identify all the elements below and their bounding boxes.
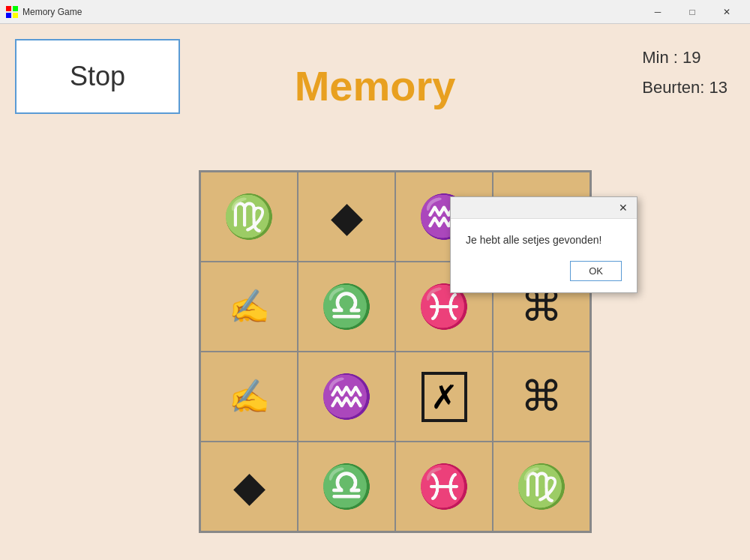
window-title: Memory Game	[22, 7, 640, 17]
min-stat: Min : 19	[642, 43, 728, 73]
min-value: 19	[682, 48, 700, 67]
symbol-virgo-2: ♍	[515, 466, 568, 508]
grid-cell-2-0[interactable]: ✍	[200, 352, 298, 442]
grid-cell-0-0[interactable]: ♍	[200, 172, 298, 262]
main-content: Stop Memory Min : 19 Beurten: 13 ♍ ◆ ♒	[0, 24, 750, 560]
beurten-stat: Beurten: 13	[642, 73, 728, 103]
stats-panel: Min : 19 Beurten: 13	[642, 43, 728, 102]
dialog-message: Je hebt alle setjes gevonden!	[466, 234, 602, 246]
grid-cell-0-1[interactable]: ◆	[298, 172, 395, 262]
beurten-value: 13	[710, 78, 728, 97]
svg-rect-0	[6, 6, 11, 11]
grid-cell-1-1[interactable]: ♎	[298, 262, 395, 352]
dialog-footer: OK	[451, 253, 637, 292]
symbol-virgo: ♍	[223, 196, 275, 238]
symbol-diamond-2: ◆	[233, 466, 266, 508]
grid-cell-1-0[interactable]: ✍	[200, 262, 298, 352]
symbol-writing-2: ✍	[229, 380, 270, 413]
title-bar: Memory Game ─ □ ✕	[0, 0, 750, 24]
grid-cell-2-3[interactable]: ⌘	[493, 352, 590, 442]
app-icon	[6, 6, 18, 18]
symbol-libra-2: ♎	[320, 466, 373, 508]
svg-rect-3	[13, 13, 18, 18]
svg-rect-1	[13, 6, 18, 11]
symbol-writing-1: ✍	[229, 290, 270, 323]
symbol-pisces-2: ♓	[418, 466, 470, 508]
completion-dialog: ✕ Je hebt alle setjes gevonden! OK	[450, 196, 638, 293]
game-title: Memory	[0, 61, 750, 110]
min-label: Min	[642, 48, 668, 67]
dialog-ok-button[interactable]: OK	[570, 261, 622, 281]
grid-cell-3-2[interactable]: ♓	[395, 442, 493, 532]
symbol-boxed-x: ✗	[422, 372, 467, 422]
dialog-close-button[interactable]: ✕	[614, 200, 632, 215]
symbol-diamond-solid: ◆	[331, 196, 363, 238]
symbol-command-2: ⌘	[520, 376, 562, 418]
maximize-button[interactable]: □	[675, 0, 710, 24]
svg-rect-2	[6, 13, 11, 18]
min-separator: :	[674, 48, 682, 67]
beurten-label: Beurten:	[642, 78, 704, 97]
close-button[interactable]: ✕	[710, 0, 744, 24]
symbol-aquarius-2: ♒	[320, 376, 373, 418]
grid-cell-3-0[interactable]: ◆	[200, 442, 298, 532]
minimize-button[interactable]: ─	[640, 0, 675, 24]
dialog-body: Je hebt alle setjes gevonden!	[451, 219, 637, 253]
window-controls: ─ □ ✕	[640, 0, 744, 24]
grid-cell-2-2[interactable]: ✗	[395, 352, 493, 442]
dialog-header: ✕	[451, 197, 637, 219]
grid-cell-3-1[interactable]: ♎	[298, 442, 395, 532]
grid-cell-3-3[interactable]: ♍	[493, 442, 590, 532]
symbol-libra: ♎	[320, 286, 373, 328]
grid-cell-2-1[interactable]: ♒	[298, 352, 395, 442]
